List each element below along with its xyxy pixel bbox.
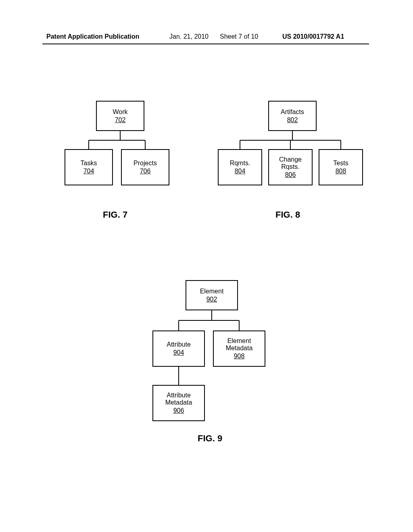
fig8-change-ref: 806 (285, 171, 296, 179)
header-publication-type: Patent Application Publication (46, 33, 140, 40)
fig8-rqmts-ref: 804 (235, 168, 246, 175)
header-date: Jan. 21, 2010 (169, 33, 209, 40)
connector-lines (0, 0, 413, 532)
fig9-elmeta-ref: 908 (234, 353, 245, 360)
header-sheet: Sheet 7 of 10 (220, 33, 258, 40)
fig9-label: FIG. 9 (198, 433, 222, 444)
fig7-tasks-box: Tasks 704 (65, 149, 113, 185)
fig9-attrmeta-title: AttributeMetadata (165, 392, 192, 406)
fig7-projects-ref: 706 (140, 168, 151, 175)
fig7-work-title: Work (113, 108, 127, 116)
fig7-tasks-title: Tasks (81, 160, 97, 167)
fig9-attribute-ref: 904 (173, 349, 184, 356)
fig8-rqmts-title: Rqmts. (230, 160, 250, 167)
fig7-label: FIG. 7 (103, 210, 127, 220)
fig8-artifacts-box: Artifacts 802 (268, 101, 317, 131)
fig9-elmeta-box: ElementMetadata 908 (213, 330, 265, 367)
fig7-tasks-ref: 704 (83, 168, 94, 175)
fig7-projects-title: Projects (133, 160, 157, 167)
fig8-change-title: ChangeRqsts. (279, 156, 302, 170)
fig8-label: FIG. 8 (275, 210, 300, 220)
fig9-element-ref: 902 (206, 296, 217, 303)
fig8-artifacts-ref: 802 (287, 116, 298, 124)
fig7-work-ref: 702 (115, 116, 126, 124)
fig8-tests-ref: 808 (336, 168, 346, 175)
fig9-elmeta-title: ElementMetadata (226, 337, 253, 351)
fig9-attribute-box: Attribute 904 (152, 330, 205, 367)
fig8-change-box: ChangeRqsts. 806 (268, 149, 313, 185)
fig7-projects-box: Projects 706 (121, 149, 169, 185)
fig7-work-box: Work 702 (96, 101, 144, 131)
fig9-attribute-title: Attribute (167, 341, 191, 348)
fig9-attrmeta-ref: 906 (173, 407, 184, 414)
fig8-rqmts-box: Rqmts. 804 (218, 149, 262, 185)
fig9-element-title: Element (200, 288, 224, 295)
header-pub-number: US 2010/0017792 A1 (282, 33, 344, 40)
header-divider (42, 44, 369, 44)
fig9-attrmeta-box: AttributeMetadata 906 (152, 385, 205, 421)
fig8-artifacts-title: Artifacts (281, 108, 304, 116)
fig8-tests-box: Tests 808 (319, 149, 363, 185)
fig9-element-box: Element 902 (186, 280, 238, 310)
fig8-tests-title: Tests (333, 160, 348, 167)
